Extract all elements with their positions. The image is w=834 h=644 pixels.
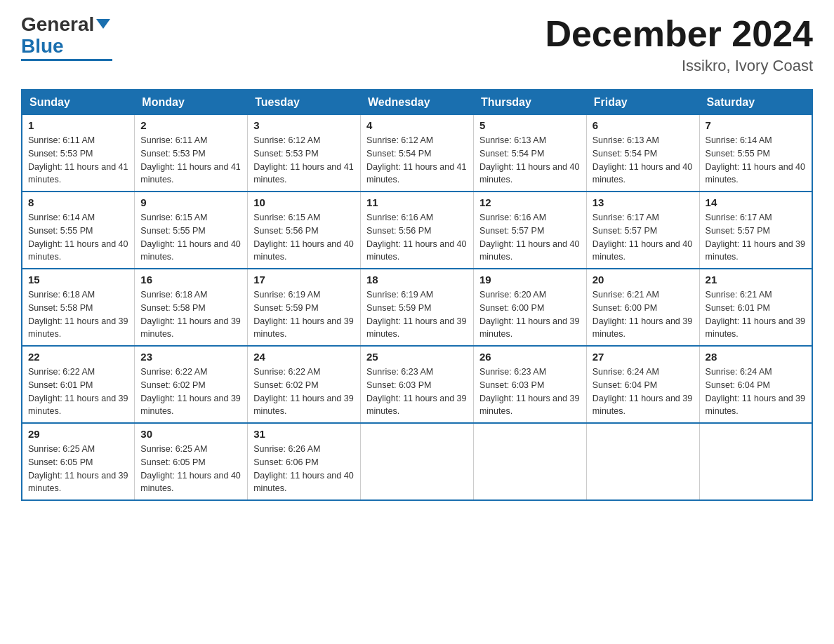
day-info: Sunrise: 6:26 AMSunset: 6:06 PMDaylight:… <box>253 444 353 493</box>
day-info: Sunrise: 6:19 AMSunset: 5:59 PMDaylight:… <box>253 290 353 339</box>
day-cell: 9 Sunrise: 6:15 AMSunset: 5:55 PMDayligh… <box>135 192 248 269</box>
logo-underline <box>21 59 112 61</box>
day-info: Sunrise: 6:23 AMSunset: 6:03 PMDaylight:… <box>479 367 579 416</box>
day-info: Sunrise: 6:22 AMSunset: 6:02 PMDaylight:… <box>140 367 240 416</box>
day-number: 13 <box>593 196 694 208</box>
day-info: Sunrise: 6:14 AMSunset: 5:55 PMDaylight:… <box>706 135 805 185</box>
day-cell: 24 Sunrise: 6:22 AMSunset: 6:02 PMDaylig… <box>248 346 361 423</box>
day-cell: 7 Sunrise: 6:14 AMSunset: 5:55 PMDayligh… <box>699 115 812 192</box>
day-number: 24 <box>253 351 355 363</box>
day-number: 12 <box>479 196 581 208</box>
day-info: Sunrise: 6:21 AMSunset: 6:00 PMDaylight:… <box>593 290 692 339</box>
day-cell: 28 Sunrise: 6:24 AMSunset: 6:04 PMDaylig… <box>699 346 812 423</box>
weekday-header-row: SundayMondayTuesdayWednesdayThursdayFrid… <box>22 90 812 115</box>
day-cell: 10 Sunrise: 6:15 AMSunset: 5:56 PMDaylig… <box>248 192 361 269</box>
day-number: 18 <box>366 274 468 286</box>
page-header: General Blue December 2024 Issikro, Ivor… <box>21 14 813 75</box>
day-number: 11 <box>366 196 468 208</box>
day-cell <box>586 423 699 500</box>
day-number: 30 <box>140 428 241 440</box>
weekday-header-monday: Monday <box>135 90 248 115</box>
week-row-4: 22 Sunrise: 6:22 AMSunset: 6:01 PMDaylig… <box>22 346 812 423</box>
day-cell: 2 Sunrise: 6:11 AMSunset: 5:53 PMDayligh… <box>135 115 248 192</box>
day-number: 10 <box>253 196 355 208</box>
day-number: 19 <box>479 274 581 286</box>
day-number: 21 <box>706 274 806 286</box>
day-info: Sunrise: 6:16 AMSunset: 5:57 PMDaylight:… <box>479 213 579 262</box>
day-cell: 14 Sunrise: 6:17 AMSunset: 5:57 PMDaylig… <box>699 192 812 269</box>
day-cell: 1 Sunrise: 6:11 AMSunset: 5:53 PMDayligh… <box>22 115 135 192</box>
day-number: 4 <box>366 119 468 131</box>
day-cell: 29 Sunrise: 6:25 AMSunset: 6:05 PMDaylig… <box>22 423 135 500</box>
day-cell: 6 Sunrise: 6:13 AMSunset: 5:54 PMDayligh… <box>586 115 699 192</box>
weekday-header-thursday: Thursday <box>473 90 586 115</box>
day-info: Sunrise: 6:18 AMSunset: 5:58 PMDaylight:… <box>140 290 240 339</box>
day-cell: 11 Sunrise: 6:16 AMSunset: 5:56 PMDaylig… <box>361 192 474 269</box>
week-row-1: 1 Sunrise: 6:11 AMSunset: 5:53 PMDayligh… <box>22 115 812 192</box>
day-number: 26 <box>479 351 581 363</box>
logo-blue-text: Blue <box>21 35 64 57</box>
week-row-2: 8 Sunrise: 6:14 AMSunset: 5:55 PMDayligh… <box>22 192 812 269</box>
day-cell <box>473 423 586 500</box>
day-cell: 8 Sunrise: 6:14 AMSunset: 5:55 PMDayligh… <box>22 192 135 269</box>
day-info: Sunrise: 6:20 AMSunset: 6:00 PMDaylight:… <box>479 290 579 339</box>
day-info: Sunrise: 6:22 AMSunset: 6:02 PMDaylight:… <box>253 367 353 416</box>
day-info: Sunrise: 6:17 AMSunset: 5:57 PMDaylight:… <box>593 213 692 262</box>
day-info: Sunrise: 6:15 AMSunset: 5:55 PMDaylight:… <box>140 213 240 262</box>
day-info: Sunrise: 6:17 AMSunset: 5:57 PMDaylight:… <box>706 213 805 262</box>
day-cell: 31 Sunrise: 6:26 AMSunset: 6:06 PMDaylig… <box>248 423 361 500</box>
day-cell: 16 Sunrise: 6:18 AMSunset: 5:58 PMDaylig… <box>135 269 248 346</box>
day-number: 14 <box>706 196 806 208</box>
day-number: 29 <box>28 428 128 440</box>
calendar-table: SundayMondayTuesdayWednesdayThursdayFrid… <box>21 89 813 501</box>
day-number: 23 <box>140 351 241 363</box>
weekday-header-friday: Friday <box>586 90 699 115</box>
day-number: 8 <box>28 196 128 208</box>
day-number: 15 <box>28 274 128 286</box>
week-row-5: 29 Sunrise: 6:25 AMSunset: 6:05 PMDaylig… <box>22 423 812 500</box>
day-info: Sunrise: 6:14 AMSunset: 5:55 PMDaylight:… <box>28 213 128 262</box>
day-info: Sunrise: 6:16 AMSunset: 5:56 PMDaylight:… <box>366 213 466 262</box>
day-number: 9 <box>140 196 241 208</box>
logo-general-text: General <box>21 13 94 35</box>
day-cell: 15 Sunrise: 6:18 AMSunset: 5:58 PMDaylig… <box>22 269 135 346</box>
day-info: Sunrise: 6:15 AMSunset: 5:56 PMDaylight:… <box>253 213 353 262</box>
day-number: 3 <box>253 119 355 131</box>
day-cell: 18 Sunrise: 6:19 AMSunset: 5:59 PMDaylig… <box>361 269 474 346</box>
day-cell: 23 Sunrise: 6:22 AMSunset: 6:02 PMDaylig… <box>135 346 248 423</box>
weekday-header-tuesday: Tuesday <box>248 90 361 115</box>
weekday-header-wednesday: Wednesday <box>361 90 474 115</box>
day-number: 28 <box>706 351 806 363</box>
day-number: 16 <box>140 274 241 286</box>
day-cell: 3 Sunrise: 6:12 AMSunset: 5:53 PMDayligh… <box>248 115 361 192</box>
day-cell: 19 Sunrise: 6:20 AMSunset: 6:00 PMDaylig… <box>473 269 586 346</box>
location-subtitle: Issikro, Ivory Coast <box>545 57 813 75</box>
day-number: 2 <box>140 119 241 131</box>
day-cell: 22 Sunrise: 6:22 AMSunset: 6:01 PMDaylig… <box>22 346 135 423</box>
day-cell: 17 Sunrise: 6:19 AMSunset: 5:59 PMDaylig… <box>248 269 361 346</box>
day-number: 22 <box>28 351 128 363</box>
weekday-header-sunday: Sunday <box>22 90 135 115</box>
day-info: Sunrise: 6:25 AMSunset: 6:05 PMDaylight:… <box>140 444 240 493</box>
day-number: 1 <box>28 119 128 131</box>
day-cell: 26 Sunrise: 6:23 AMSunset: 6:03 PMDaylig… <box>473 346 586 423</box>
day-info: Sunrise: 6:12 AMSunset: 5:54 PMDaylight:… <box>366 135 466 185</box>
day-number: 7 <box>706 119 806 131</box>
day-cell: 5 Sunrise: 6:13 AMSunset: 5:54 PMDayligh… <box>473 115 586 192</box>
day-cell <box>699 423 812 500</box>
day-info: Sunrise: 6:18 AMSunset: 5:58 PMDaylight:… <box>28 290 128 339</box>
day-info: Sunrise: 6:13 AMSunset: 5:54 PMDaylight:… <box>479 135 579 185</box>
day-info: Sunrise: 6:25 AMSunset: 6:05 PMDaylight:… <box>28 444 128 493</box>
day-number: 31 <box>253 428 355 440</box>
day-cell <box>361 423 474 500</box>
day-cell: 4 Sunrise: 6:12 AMSunset: 5:54 PMDayligh… <box>361 115 474 192</box>
day-info: Sunrise: 6:22 AMSunset: 6:01 PMDaylight:… <box>28 367 128 416</box>
day-number: 20 <box>593 274 694 286</box>
day-number: 6 <box>593 119 694 131</box>
day-info: Sunrise: 6:11 AMSunset: 5:53 PMDaylight:… <box>140 135 240 185</box>
logo-triangle-icon <box>96 19 110 29</box>
day-info: Sunrise: 6:11 AMSunset: 5:53 PMDaylight:… <box>28 135 128 185</box>
day-cell: 27 Sunrise: 6:24 AMSunset: 6:04 PMDaylig… <box>586 346 699 423</box>
day-number: 5 <box>479 119 581 131</box>
day-info: Sunrise: 6:23 AMSunset: 6:03 PMDaylight:… <box>366 367 466 416</box>
